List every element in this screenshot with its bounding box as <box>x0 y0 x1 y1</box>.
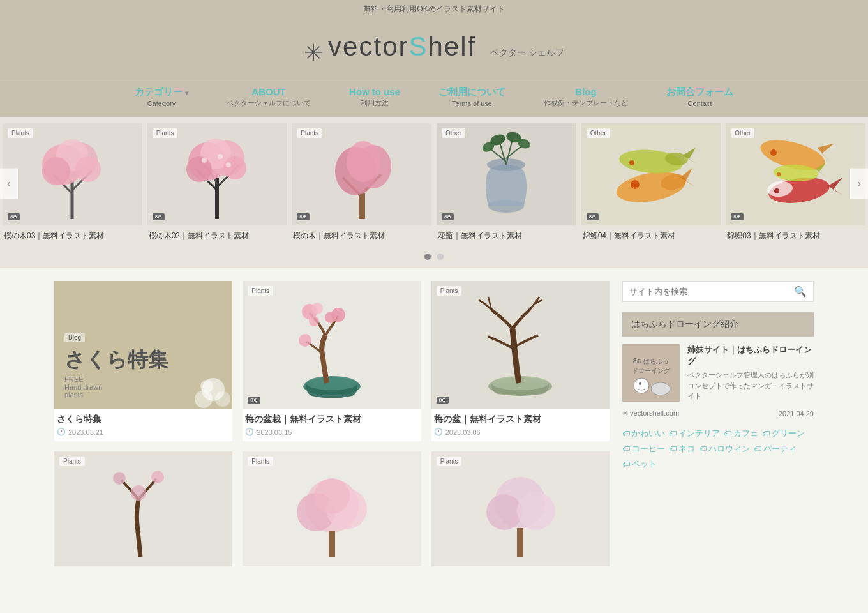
svg-point-36 <box>495 137 501 143</box>
nav-sub-contact: Contact <box>666 100 733 107</box>
post-img-0: Blog さくら特集 FREEHand drawnplants <box>54 281 232 409</box>
nav-item-about[interactable]: ABOUT ベクターシェルフについて <box>207 77 330 117</box>
tag-icon-cafe: 🏷 <box>724 429 731 438</box>
carousel-prev-button[interactable]: ‹ <box>0 168 18 199</box>
logo-link[interactable]: ✳ vectorShelf ベクター シェルフ <box>304 47 564 57</box>
post-eight-2: 8⊕ <box>437 397 449 404</box>
logo-s: S <box>408 31 428 61</box>
tag-icon-green: 🏷 <box>762 429 770 438</box>
post-body-1: 梅の盆栽｜無料イラスト素材 🕐 2023.03.15 <box>243 409 421 441</box>
logo-star-icon: ✳ <box>304 40 323 66</box>
blog-sakura-subtitle: FREEHand drawnplants <box>64 375 102 398</box>
nav-sub-terms: Terms of use <box>438 100 505 107</box>
carousel-item-1[interactable]: Plants 8⊕ 桜の木02｜無料 <box>145 117 290 248</box>
tag-cafe[interactable]: 🏷 カフェ <box>724 428 758 439</box>
nav-link-blog[interactable]: Blog 作成例・テンプレートなど <box>525 77 647 117</box>
nav-item-terms[interactable]: ご利用について Terms of use <box>419 77 525 117</box>
tag-list: 🏷 かわいい 🏷 インテリア 🏷 カフェ 🏷 グリーン 🏷 コーヒー 🏷 <box>622 428 814 470</box>
search-box: 🔍 <box>622 281 814 302</box>
post-tag-0: Blog <box>64 333 85 342</box>
nav-link-contact[interactable]: お問合フォーム Contact <box>647 77 752 116</box>
svg-point-83 <box>651 382 670 395</box>
tag-icon-halloween: 🏷 <box>699 444 707 453</box>
svg-point-7 <box>75 156 101 182</box>
eight-badge-1: 8⊕ <box>153 213 165 220</box>
svg-point-57 <box>306 376 357 390</box>
post-card-1[interactable]: Plants <box>243 281 421 441</box>
sister-site-date: 2021.04.29 <box>779 410 814 418</box>
svg-rect-20 <box>359 193 365 219</box>
carousel-item-5[interactable]: Other 8⊕ 錦鯉03｜無料イラ <box>723 117 868 248</box>
tag-label-halloween: ハロウィン <box>708 443 750 455</box>
nav-link-howto[interactable]: How to use 利用方法 <box>330 77 419 117</box>
nav-item-category[interactable]: カテゴリー▾ Category <box>116 77 207 117</box>
dropdown-arrow-icon: ▾ <box>185 89 188 96</box>
tag-pet[interactable]: 🏷 ペット <box>622 458 657 470</box>
svg-rect-77 <box>517 528 523 557</box>
tag-badge-2: Plants <box>297 128 322 138</box>
post-card-3[interactable]: Plants <box>54 451 232 566</box>
sister-site-card: 8⊕ はちふら ドローイング 姉妹サイト｜はちふらドローイング ベクターシェルフ… <box>622 344 814 402</box>
nav-item-blog[interactable]: Blog 作成例・テンプレートなど <box>525 77 647 117</box>
sister-site-url[interactable]: ✳ vectorshelf.com <box>622 409 679 418</box>
carousel-dots <box>0 248 868 268</box>
post-tag-2: Plants <box>437 286 462 296</box>
search-input[interactable] <box>629 287 794 296</box>
tag-interior[interactable]: 🏷 インテリア <box>669 428 720 439</box>
blog-cherry-deco <box>168 364 232 409</box>
tag-neko[interactable]: 🏷 ネコ <box>669 443 695 455</box>
carousel-item-0[interactable]: Plants 8⊕ 桜の木03｜無料イラスト素材 <box>0 117 145 248</box>
carousel-next-button[interactable]: › <box>850 168 868 199</box>
search-button[interactable]: 🔍 <box>794 285 807 298</box>
nav-sub-blog: 作成例・テンプレートなど <box>544 98 628 108</box>
clock-icon-2: 🕐 <box>434 428 443 436</box>
post-card-2[interactable]: Plants <box>431 281 610 441</box>
carousel-title-3: 花瓶｜無料イラスト素材 <box>437 231 576 241</box>
svg-point-72 <box>314 478 350 514</box>
tag-kawaii[interactable]: 🏷 かわいい <box>622 428 665 439</box>
carousel-item-3[interactable]: Other <box>434 117 579 248</box>
carousel-img-1: Plants 8⊕ <box>147 123 287 225</box>
tag-green[interactable]: 🏷 グリーン <box>762 428 805 439</box>
carousel-item-4[interactable]: Other 8⊕ 錦鯉04｜無料イラスト素材 <box>579 117 724 248</box>
eight-badge-4: 8⊕ <box>587 213 599 220</box>
blog-sakura-text: さくら特集 <box>64 347 168 372</box>
eight-badge-2: 8⊕ <box>297 213 309 220</box>
nav-main-contact: お問合フォーム <box>666 86 733 98</box>
post-card-4[interactable]: Plants <box>243 451 421 566</box>
clock-icon-0: 🕐 <box>57 428 66 436</box>
svg-text:8⊕ はちふら: 8⊕ はちふら <box>633 358 669 365</box>
tag-icon-pet: 🏷 <box>622 460 630 469</box>
carousel-item-2[interactable]: Plants 8⊕ 桜の木｜無料イラスト素材 <box>289 117 434 248</box>
nav-item-contact[interactable]: お問合フォーム Contact <box>647 77 752 117</box>
bonsai-svg <box>281 291 383 399</box>
post-date-2: 🕐 2023.03.06 <box>434 428 607 436</box>
carousel-img-0: Plants 8⊕ <box>3 123 142 225</box>
koi2-svg <box>748 130 844 219</box>
tag-label-pet: ペット <box>632 458 657 470</box>
carousel-dot-0[interactable] <box>424 254 431 260</box>
post-tag-1: Plants <box>248 286 273 296</box>
search-icon: 🔍 <box>794 286 807 297</box>
sister-site-info: 姉妹サイト｜はちふらドローイング ベクターシェルフ管理人のはちふらが別コンセプト… <box>687 344 814 402</box>
cherry-bottom-svg <box>290 461 373 557</box>
nav-link-about[interactable]: ABOUT ベクターシェルフについて <box>207 77 330 117</box>
svg-point-67 <box>151 471 164 483</box>
carousel-dot-1[interactable] <box>437 254 444 260</box>
post-card-0[interactable]: Blog さくら特集 FREEHand drawnplants さくら特集 🕐 <box>54 281 232 441</box>
svg-point-37 <box>511 134 517 140</box>
nav-link-terms[interactable]: ご利用について Terms of use <box>419 77 525 116</box>
svg-point-15 <box>186 156 212 182</box>
sidebar-section-title: はちふらドローイング紹介 <box>622 312 814 337</box>
clock-icon-1: 🕐 <box>245 428 254 436</box>
nav-link-category[interactable]: カテゴリー▾ Category <box>116 77 207 116</box>
tag-party[interactable]: 🏷 パーティ <box>754 443 797 455</box>
tag-halloween[interactable]: 🏷 ハロウィン <box>699 443 750 455</box>
svg-point-6 <box>42 157 70 185</box>
post-card-5[interactable]: Plants <box>431 451 610 566</box>
tag-label-cafe: カフェ <box>733 428 758 439</box>
tag-coffee[interactable]: 🏷 コーヒー <box>622 443 665 455</box>
nav-item-howto[interactable]: How to use 利用方法 <box>330 77 419 117</box>
svg-point-25 <box>347 141 380 182</box>
eight-badge-3: 8⊕ <box>442 213 454 220</box>
